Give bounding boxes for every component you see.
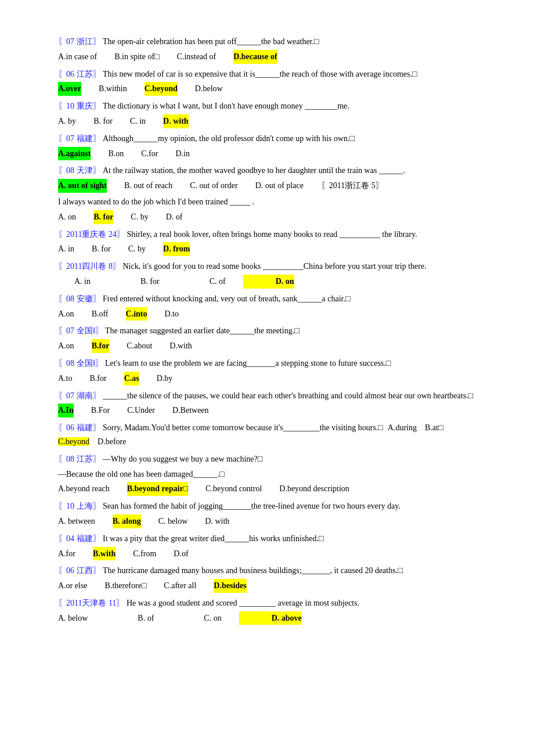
question-block-q4: 〖07 福建〗 Although______my opinion, the ol… [58, 132, 476, 161]
q4-answers: A.against B.on C.for D.in [58, 147, 476, 161]
q5-extra-source: 〖2011浙江卷 5〗 [321, 179, 384, 193]
q11-text: 〖07 湖南〗 ______the silence of the pauses,… [58, 389, 476, 403]
q16-d: D.besides [214, 579, 246, 593]
question-block-q17: 〖2011天津卷 11〗 He was a good student and s… [58, 596, 476, 625]
q10-c: C.as [124, 372, 139, 386]
q5-c: C. out of order [190, 179, 237, 193]
q8-c: C.into [126, 307, 147, 321]
q1-answers: A.in case of B.in spite of□ C.instead of… [58, 50, 476, 64]
q17-text: 〖2011天津卷 11〗 He was a good student and s… [58, 596, 476, 610]
q8-d: D.to [165, 307, 179, 321]
q6-d: D. from [163, 242, 190, 256]
question-block-q9: 〖07 全国Ⅰ〗 The manager suggested an earlie… [58, 324, 476, 353]
q7-a: A. in [58, 275, 91, 289]
q6-c: C. by [128, 242, 146, 256]
q9-c: C.about [127, 339, 152, 353]
q5b-d: D. of [166, 210, 183, 224]
q8-answers: A.on B.off C.into D.to [58, 307, 476, 321]
q14-a: A. between [58, 514, 95, 528]
q15-c: C.from [133, 547, 156, 561]
q11-answers: A.In B.For C.Under D.Between [58, 404, 476, 417]
q13-text2: —Because the old one has been damaged___… [58, 467, 476, 481]
q14-d: D. with [205, 514, 229, 528]
q1-a: A.in case of [58, 50, 97, 64]
q10-answers: A.to B.for C.as D.by [58, 372, 476, 386]
q2-b: B.within [99, 82, 127, 96]
main-content: 〖07 浙江〗 The open-air celebration has bee… [58, 35, 476, 625]
q5-b: B. out of reach [124, 179, 172, 193]
q13-text1: 〖08 江苏〗 —Why do you suggest we buy a new… [58, 452, 476, 466]
q13-a: A.beyond reach [58, 482, 110, 496]
q11-c: C.Under [127, 404, 155, 417]
q2-d: D.below [195, 82, 223, 96]
q7-c: C. of [177, 275, 226, 289]
q3-a: A. by [58, 114, 76, 128]
q5b-b: B. for [93, 210, 113, 224]
q15-a: A.for [58, 547, 75, 561]
q6-a: A. in [58, 242, 74, 256]
q14-b: B. along [113, 514, 141, 528]
q6-answers: A. in B. for C. by D. from [58, 242, 476, 256]
q5-answers: A. out of sight B. out of reach C. out o… [58, 179, 476, 193]
q13-b: B.beyond repair□ [127, 482, 188, 496]
q1-b: B.in spite of□ [114, 50, 159, 64]
q16-b: B.therefore□ [105, 579, 147, 593]
q9-answers: A.on B.for C.about D.with [58, 339, 476, 353]
q15-text: 〖04 福建〗 It was a pity that the great wri… [58, 532, 476, 546]
q12-text: 〖06 福建〗 Sorry, Madam.You'd better come t… [58, 421, 476, 449]
q4-b: B.on [108, 147, 124, 161]
q6-text: 〖2011重庆卷 24〗 Shirley, a real book lover,… [58, 228, 476, 242]
question-block-q14: 〖10 上海〗 Sean has formed the habit of jog… [58, 499, 476, 528]
q5-a: A. out of sight [58, 179, 107, 193]
q7-b: B. for [108, 275, 160, 289]
q17-answers: A. below B. of C. on D. above [58, 611, 476, 625]
q3-answers: A. by B. for C. in D. with [58, 114, 476, 128]
q11-d: D.Between [172, 404, 209, 417]
q15-d: D.of [174, 547, 188, 561]
q3-c: C. in [130, 114, 146, 128]
q11-b: B.For [91, 404, 110, 417]
q7-d: D. on [243, 275, 294, 289]
q16-answers: A.or else B.therefore□ C.after all D.bes… [58, 579, 476, 593]
question-block-q11: 〖07 湖南〗 ______the silence of the pauses,… [58, 389, 476, 418]
question-block-q1: 〖07 浙江〗 The open-air celebration has bee… [58, 35, 476, 64]
question-block-q10: 〖08 全国Ⅰ〗 Let's learn to use the problem … [58, 357, 476, 386]
question-block-q2: 〖06 江苏〗 This new model of car is so expe… [58, 67, 476, 96]
q9-d: D.with [169, 339, 192, 353]
q5b-c: C. by [131, 210, 148, 224]
q9-text: 〖07 全国Ⅰ〗 The manager suggested an earlie… [58, 324, 476, 338]
q5-text: 〖08 天津〗 At the railway station, the moth… [58, 164, 476, 178]
q5b-text: I always wanted to do the job which I'd … [58, 195, 476, 209]
q2-answers: A.over B.within C.beyond D.below [58, 82, 476, 96]
q2-c: C.beyond [145, 82, 178, 96]
q14-c: C. below [158, 514, 188, 528]
q17-d: D. above [239, 611, 302, 625]
q4-text: 〖07 福建〗 Although______my opinion, the ol… [58, 132, 476, 146]
q1-c: C.instead of [177, 50, 217, 64]
q17-c: C. on [171, 611, 221, 625]
question-block-q8: 〖08 安徽〗 Fred entered without knocking an… [58, 292, 476, 321]
q1-d: D.because of [233, 50, 277, 64]
question-block-q15: 〖04 福建〗 It was a pity that the great wri… [58, 532, 476, 561]
q4-d: D.in [175, 147, 190, 161]
q8-a: A.on [58, 307, 74, 321]
q3-d: D. with [163, 114, 189, 128]
q9-a: A.on [58, 339, 74, 353]
q9-b: B.for [92, 339, 110, 353]
q13-d: D.beyond description [279, 482, 349, 496]
q16-text: 〖06 江西〗 The hurricane damaged many house… [58, 564, 476, 578]
question-block-q3: 〖10 重庆〗 The dictionary is what I want, b… [58, 99, 476, 128]
q7-answers: A. in B. for C. of D. on [58, 275, 476, 289]
question-block-q12: 〖06 福建〗 Sorry, Madam.You'd better come t… [58, 421, 476, 449]
q13-answers: A.beyond reach B.beyond repair□ C.beyond… [58, 482, 476, 496]
q4-c: C.for [141, 147, 158, 161]
q11-a: A.In [58, 404, 74, 417]
q5b-answers: A. on B. for C. by D. of [58, 210, 476, 224]
question-block-q6: 〖2011重庆卷 24〗 Shirley, a real book lover,… [58, 228, 476, 257]
q2-text: 〖06 江苏〗 This new model of car is so expe… [58, 67, 476, 81]
q10-b: B.for [90, 372, 107, 386]
q3-b: B. for [93, 114, 113, 128]
q10-a: A.to [58, 372, 73, 386]
q16-a: A.or else [58, 579, 88, 593]
q16-c: C.after all [164, 579, 196, 593]
